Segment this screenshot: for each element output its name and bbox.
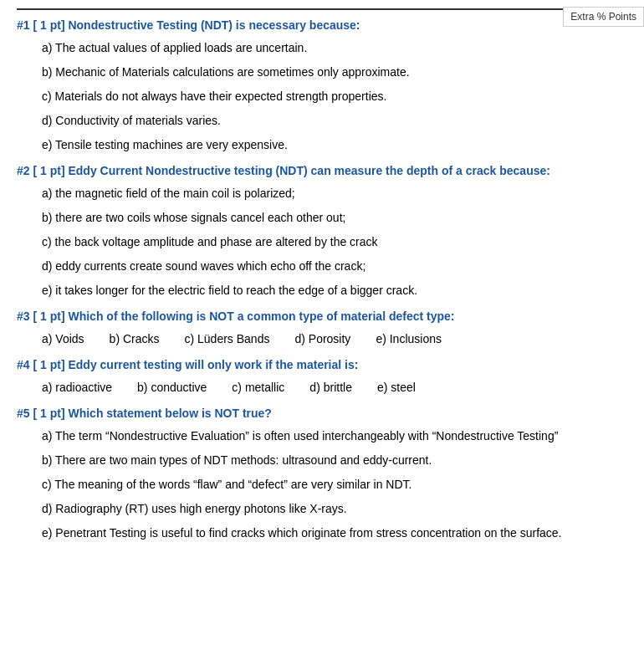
- option-item-q1-1: b) Mechanic of Materials calculations ar…: [42, 64, 627, 81]
- question-header-q3: #3 [ 1 pt] Which of the following is NOT…: [17, 308, 627, 325]
- option-item-q2-3: d) eddy currents create sound waves whic…: [42, 258, 627, 275]
- options-list-q1: a) The actual values of applied loads ar…: [42, 39, 627, 154]
- option-item-q1-4: e) Tensile testing machines are very exp…: [42, 136, 627, 154]
- inline-options-q3: a) Voidsb) Cracksc) Lüders Bandsd) Poros…: [42, 330, 627, 348]
- option-item-q2-1: b) there are two coils whose signals can…: [42, 209, 627, 227]
- option-item-q5-3: d) Radiography (RT) uses high energy pho…: [42, 500, 627, 518]
- question-header-q1: #1 [ 1 pt] Nondestructive Testing (NDT) …: [17, 17, 627, 34]
- option-item-q5-2: c) The meaning of the words “flaw” and “…: [42, 476, 627, 494]
- option-item-q5-1: b) There are two main types of NDT metho…: [42, 452, 627, 469]
- question-q1: #1 [ 1 pt] Nondestructive Testing (NDT) …: [17, 17, 627, 154]
- question-q3: #3 [ 1 pt] Which of the following is NOT…: [17, 308, 627, 348]
- inline-option-q4-4: e) steel: [377, 379, 416, 396]
- question-header-q5: #5 [ 1 pt] Which statement below is NOT …: [17, 405, 627, 422]
- question-header-q2: #2 [ 1 pt] Eddy Current Nondestructive t…: [17, 162, 627, 180]
- option-item-q1-0: a) The actual values of applied loads ar…: [42, 39, 627, 57]
- inline-option-q4-2: c) metallic: [232, 379, 284, 396]
- option-item-q1-3: d) Conductivity of materials varies.: [42, 112, 627, 130]
- question-q2: #2 [ 1 pt] Eddy Current Nondestructive t…: [17, 162, 627, 299]
- inline-option-q3-4: e) Inclusions: [376, 330, 442, 348]
- question-header-q4: #4 [ 1 pt] Eddy current testing will onl…: [17, 356, 627, 374]
- inline-option-q4-0: a) radioactive: [42, 379, 112, 396]
- options-list-q2: a) the magnetic field of the main coil i…: [42, 185, 627, 299]
- option-item-q2-2: c) the back voltage amplitude and phase …: [42, 233, 627, 251]
- option-item-q5-0: a) The term “Nondestructive Evaluation” …: [42, 427, 627, 445]
- extra-points-button[interactable]: Extra % Points: [563, 7, 644, 27]
- option-item-q2-0: a) the magnetic field of the main coil i…: [42, 185, 627, 202]
- inline-option-q3-3: d) Porosity: [294, 330, 350, 348]
- option-item-q2-4: e) it takes longer for the electric fiel…: [42, 282, 627, 299]
- question-q4: #4 [ 1 pt] Eddy current testing will onl…: [17, 356, 627, 396]
- inline-options-q4: a) radioactiveb) conductivec) metallicd)…: [42, 379, 627, 396]
- questions-container: #1 [ 1 pt] Nondestructive Testing (NDT) …: [17, 17, 627, 542]
- question-q5: #5 [ 1 pt] Which statement below is NOT …: [17, 405, 627, 542]
- option-item-q5-4: e) Penetrant Testing is useful to find c…: [42, 524, 627, 542]
- inline-option-q4-1: b) conductive: [137, 379, 207, 396]
- inline-option-q3-2: c) Lüders Bands: [185, 330, 270, 348]
- top-divider: [17, 8, 627, 10]
- inline-option-q4-3: d) brittle: [309, 379, 352, 396]
- option-item-q1-2: c) Materials do not always have their ex…: [42, 88, 627, 105]
- options-list-q5: a) The term “Nondestructive Evaluation” …: [42, 427, 627, 542]
- inline-option-q3-0: a) Voids: [42, 330, 84, 348]
- inline-option-q3-1: b) Cracks: [110, 330, 160, 348]
